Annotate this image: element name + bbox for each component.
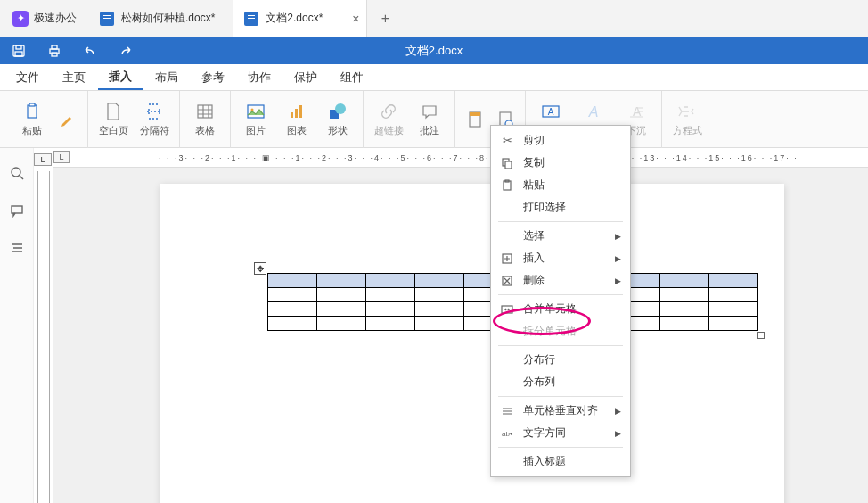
menu-collaboration[interactable]: 协作: [237, 66, 282, 89]
chevron-right-icon: ▶: [615, 407, 621, 416]
svg-rect-17: [470, 112, 480, 116]
equation-button[interactable]: 方程式: [669, 95, 705, 144]
document-icon: [100, 12, 114, 26]
cm-cell-valign[interactable]: 单元格垂直对齐▶: [491, 400, 630, 422]
cm-print-selection[interactable]: 打印选择: [491, 196, 630, 219]
menu-insert[interactable]: 插入: [98, 65, 143, 90]
document-viewport[interactable]: L · · ·3· · ·2· · ·1· · · ▣ · · ·1· · ·2…: [53, 148, 868, 503]
hyperlink-button[interactable]: 超链接: [371, 95, 406, 144]
cm-text-direction[interactable]: ab文字方同▶: [491, 422, 630, 444]
shape-button[interactable]: 形状: [320, 95, 356, 144]
chart-icon: [286, 102, 307, 121]
quick-access-bar: [0, 37, 868, 64]
chevron-right-icon: ▶: [615, 232, 621, 241]
picture-button[interactable]: 图片: [238, 95, 274, 144]
ruler-ticks: · · ·3· · ·2· · ·1· · · ▣ · · ·1· · ·2· …: [159, 153, 798, 162]
svg-rect-12: [295, 109, 298, 118]
blank-page-button[interactable]: 空白页: [95, 95, 131, 144]
svg-rect-5: [52, 53, 57, 56]
cm-insert-caption[interactable]: 插入标题: [491, 450, 630, 473]
svg-rect-8: [198, 105, 212, 118]
document-tab-0[interactable]: 松树如何种植.docx*: [89, 0, 233, 37]
comment-icon: [419, 102, 440, 121]
equation-icon: [676, 102, 698, 121]
cm-merge-cells[interactable]: 合并单元格: [491, 298, 630, 320]
tab-bar: ✦ 极速办公 松树如何种植.docx* 文档2.docx* × +: [0, 0, 868, 37]
menu-file[interactable]: 文件: [5, 66, 50, 89]
merge-cells-icon: [500, 302, 514, 317]
cm-split-cells: 拆分单元格: [491, 320, 630, 342]
menu-references[interactable]: 参考: [191, 66, 235, 89]
left-tool-panel: [0, 148, 34, 503]
text-direction-icon: ab: [500, 426, 514, 441]
menu-home[interactable]: 主页: [52, 66, 96, 89]
page-icon: [102, 102, 124, 121]
table-move-handle[interactable]: ✥: [254, 262, 266, 275]
chart-button[interactable]: 图表: [279, 95, 315, 144]
cm-cut[interactable]: ✂剪切: [491, 129, 630, 152]
svg-rect-4: [52, 45, 57, 49]
table-button[interactable]: 表格: [187, 95, 223, 144]
chevron-right-icon: ▶: [615, 254, 621, 263]
separator: [498, 221, 623, 222]
menu-protect[interactable]: 保护: [283, 66, 328, 89]
horizontal-ruler[interactable]: L · · ·3· · ·2· · ·1· · · ▣ · · ·1· · ·2…: [53, 148, 868, 168]
chevron-right-icon: ▶: [615, 429, 621, 438]
find-icon[interactable]: [10, 166, 24, 180]
save-icon[interactable]: [11, 43, 27, 59]
tab-label: 松树如何种植.docx*: [121, 11, 215, 26]
paste-button[interactable]: 粘贴: [14, 95, 50, 144]
table-resize-handle[interactable]: [757, 332, 765, 339]
document-tab-1[interactable]: 文档2.docx* ×: [233, 0, 367, 37]
svg-rect-2: [15, 52, 22, 56]
page-break-button[interactable]: 分隔符: [136, 95, 172, 144]
textbox-icon: A: [540, 102, 561, 121]
cm-paste[interactable]: 粘贴: [491, 174, 630, 196]
comment-button[interactable]: 批注: [412, 95, 447, 144]
context-menu: ✂剪切 复制 粘贴 打印选择 选择▶ 插入▶ 删除▶ 合并单元格 拆分单元格 分…: [490, 125, 631, 477]
svg-rect-6: [28, 105, 37, 118]
svg-point-10: [251, 108, 254, 111]
cm-select[interactable]: 选择▶: [491, 225, 630, 247]
page-break-icon: [143, 102, 165, 121]
cm-distribute-rows[interactable]: 分布行: [491, 349, 630, 371]
document-page[interactable]: [160, 184, 784, 503]
table-icon: [194, 102, 216, 121]
redo-icon[interactable]: [118, 43, 134, 59]
copy-icon: [500, 156, 514, 170]
separator: [498, 447, 623, 448]
comments-panel-icon[interactable]: [10, 203, 24, 218]
wordart-icon: A: [583, 102, 604, 121]
editor-area: L L · · ·3· · ·2· · ·1· · · ▣ · · ·1· · …: [0, 148, 868, 503]
separator: [498, 345, 623, 346]
chevron-right-icon: ▶: [615, 276, 621, 285]
header-button[interactable]: [463, 95, 487, 144]
dropcap-icon: A: [626, 102, 647, 121]
svg-point-24: [12, 168, 20, 177]
clipboard-icon: [21, 102, 43, 121]
close-icon[interactable]: ×: [352, 12, 359, 26]
cm-copy[interactable]: 复制: [491, 152, 630, 174]
svg-text:A: A: [548, 107, 554, 117]
valign-icon: [500, 404, 514, 418]
vertical-ruler[interactable]: L: [34, 148, 53, 503]
cm-distribute-cols[interactable]: 分布列: [491, 371, 630, 393]
print-icon[interactable]: [46, 43, 62, 59]
headings-panel-icon[interactable]: [10, 241, 24, 255]
app-logo-icon: ✦: [12, 11, 29, 27]
app-tab[interactable]: ✦ 极速办公: [0, 0, 89, 37]
svg-rect-32: [502, 306, 512, 313]
document-icon: [244, 12, 258, 26]
menu-layout[interactable]: 布局: [144, 66, 189, 89]
svg-rect-7: [29, 103, 35, 106]
add-tab-button[interactable]: +: [367, 11, 403, 27]
tab-label: 文档2.docx*: [266, 11, 323, 26]
menu-plugins[interactable]: 组件: [330, 66, 374, 89]
cm-insert[interactable]: 插入▶: [491, 247, 630, 269]
ribbon: 粘贴 空白页 分隔符 表格 图片 图表 形状: [0, 91, 868, 148]
cm-delete[interactable]: 删除▶: [491, 269, 630, 292]
svg-text:A: A: [588, 104, 599, 120]
undo-icon[interactable]: [82, 43, 98, 59]
format-painter-button[interactable]: [55, 95, 80, 144]
header-icon: [464, 110, 486, 129]
